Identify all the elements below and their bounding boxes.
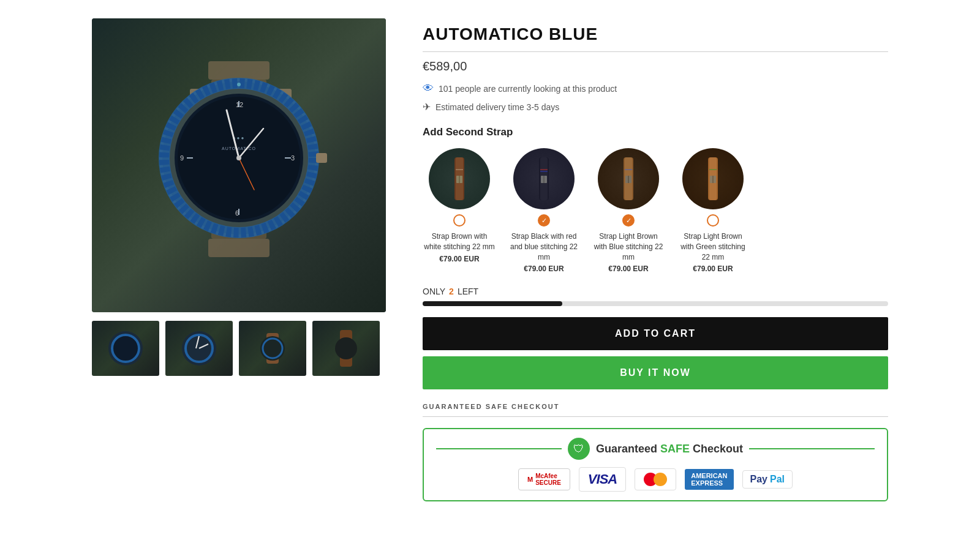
strap-section-title: Add Second Strap (423, 126, 888, 138)
strap-price-4: €79.00 EUR (693, 264, 733, 273)
svg-point-43 (335, 337, 357, 359)
strap-circle-1 (429, 148, 490, 209)
strap-name-4: Strap Light Brown with Green stitching 2… (676, 231, 750, 262)
svg-point-31 (237, 83, 241, 86)
thumbnail-4[interactable] (312, 321, 380, 376)
buy-now-button[interactable]: BUY IT NOW (423, 356, 888, 389)
paypal-badge: PayPal (742, 470, 793, 489)
product-price: €589,00 (423, 59, 888, 73)
svg-point-40 (260, 336, 285, 361)
svg-text:AUTOMATICO: AUTOMATICO (222, 146, 256, 151)
radio-row-2 (538, 214, 550, 227)
strap-price-3: €79.00 EUR (608, 264, 648, 273)
thumbnail-2[interactable] (165, 321, 233, 376)
strap-name-3: Strap Light Brown with Blue stitching 22… (592, 231, 665, 262)
strap-item-3[interactable]: Strap Light Brown with Blue stitching 22… (592, 148, 665, 273)
strap-name-2: Strap Black with red and blue stitching … (507, 231, 581, 262)
svg-rect-30 (316, 153, 327, 163)
strap-item-4[interactable]: Strap Light Brown with Green stitching 2… (676, 148, 750, 273)
svg-text:3: 3 (291, 154, 295, 162)
main-image-bg: 12 3 6 9 ●●● AUTOMATICO (92, 18, 386, 312)
viewers-row: 👁 101 people are currently looking at th… (423, 82, 888, 95)
radio-row-3 (622, 214, 635, 227)
strap-circle-2 (513, 148, 575, 209)
delivery-row: ✈ Estimated delivery time 3-5 days (423, 101, 888, 113)
checkout-banner: 🛡 Guaranteed SAFE Checkout M McAfeeSECUR… (423, 428, 888, 501)
checkout-section: GUARANTEED SAFE CHECKOUT 🛡 Guaranteed SA… (423, 403, 888, 501)
viewers-text: 101 people are currently looking at this… (439, 84, 617, 94)
checkout-divider (423, 416, 888, 417)
svg-point-29 (236, 156, 241, 160)
title-divider (423, 51, 888, 52)
eye-icon: 👁 (423, 82, 434, 95)
stock-progress-bar (423, 301, 888, 306)
stock-label-before: ONLY (423, 287, 445, 296)
main-image: 12 3 6 9 ●●● AUTOMATICO (92, 18, 386, 312)
mastercard-badge (635, 468, 676, 490)
svg-rect-2 (208, 239, 270, 257)
add-to-cart-button[interactable]: ADD TO CART (423, 317, 888, 350)
green-line-right (749, 448, 875, 449)
shield-icon: 🛡 (568, 438, 590, 460)
radio-btn-1[interactable] (453, 214, 466, 227)
strap-item-2[interactable]: Strap Black with red and blue stitching … (507, 148, 581, 273)
green-line-left (436, 448, 562, 449)
visa-badge: VISA (579, 467, 626, 492)
svg-text:9: 9 (180, 154, 184, 162)
thumbnail-list (92, 321, 386, 376)
stock-count: 2 (449, 287, 454, 296)
stock-label-after: LEFT (458, 287, 478, 296)
straps-grid: Strap Brown with white stitching 22 mm €… (423, 148, 888, 273)
product-gallery: 12 3 6 9 ●●● AUTOMATICO (92, 18, 386, 501)
strap-circle-4 (682, 148, 744, 209)
strap-item-1[interactable]: Strap Brown with white stitching 22 mm €… (423, 148, 496, 273)
payment-icons: M McAfeeSECURE VISA AMERICANEXPRESS (518, 467, 793, 492)
product-title: AUTOMATICO BLUE (423, 24, 888, 44)
svg-rect-0 (208, 61, 270, 80)
strap-price-1: €79.00 EUR (439, 255, 479, 263)
radio-row-1 (453, 214, 466, 227)
radio-row-4 (707, 214, 719, 227)
radio-btn-2[interactable] (538, 214, 550, 227)
delivery-text: Estimated delivery time 3-5 days (435, 102, 559, 112)
product-info: AUTOMATICO BLUE €589,00 👁 101 people are… (423, 18, 888, 501)
plane-icon: ✈ (423, 101, 431, 113)
thumbnail-3[interactable] (239, 321, 306, 376)
radio-btn-3[interactable] (622, 214, 635, 227)
checkout-title: GUARANTEED SAFE CHECKOUT (423, 403, 888, 410)
watch-image: 12 3 6 9 ●●● AUTOMATICO (135, 49, 343, 282)
strap-price-2: €79.00 EUR (524, 264, 564, 273)
svg-text:12: 12 (236, 101, 243, 108)
strap-name-1: Strap Brown with white stitching 22 mm (423, 231, 496, 252)
amex-badge: AMERICANEXPRESS (685, 469, 733, 490)
radio-btn-4[interactable] (707, 214, 719, 227)
page-container: 12 3 6 9 ●●● AUTOMATICO (0, 0, 980, 520)
mcafee-badge: M McAfeeSECURE (518, 468, 570, 490)
strap-circle-3 (598, 148, 659, 209)
checkout-header-row: 🛡 Guaranteed SAFE Checkout (436, 438, 875, 460)
stock-progress-fill (423, 301, 562, 306)
checkout-banner-text: Guaranteed SAFE Checkout (596, 443, 743, 455)
thumbnail-1[interactable] (92, 321, 159, 376)
stock-row: ONLY 2 LEFT (423, 287, 888, 296)
